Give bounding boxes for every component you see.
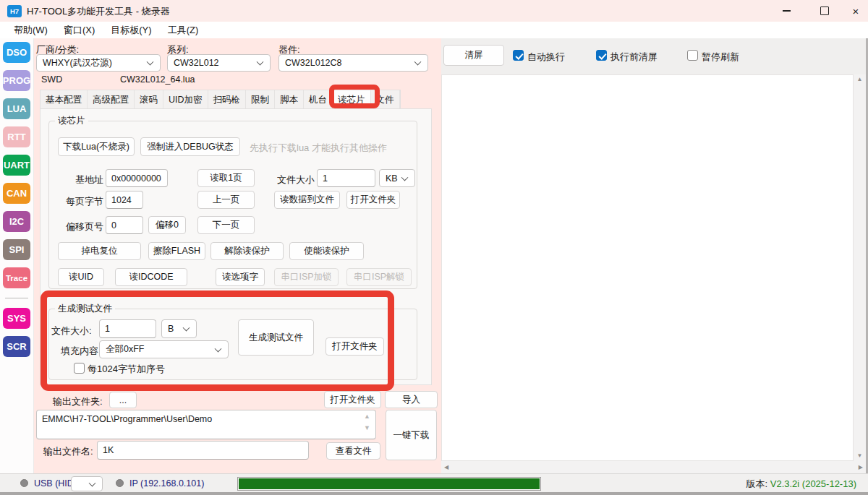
tab-basic-config[interactable]: 基本配置 (41, 90, 88, 109)
close-button[interactable]: × (839, 0, 868, 22)
sidebar-item-prog[interactable]: PROG (3, 70, 30, 91)
window-title: H7-TOOL多功能开发工具 - 烧录器 (27, 5, 170, 18)
prev-page-button[interactable]: 上一页 (197, 191, 255, 209)
read-idcode-button[interactable]: 读IDCODE (115, 268, 187, 286)
pause-refresh-checkbox[interactable] (687, 50, 698, 61)
unlock-read-protect-button[interactable]: 解除读保护 (210, 242, 284, 260)
version-label: 版本: (746, 478, 768, 489)
scroll-right-icon[interactable]: ▶ (859, 465, 863, 470)
isp-lock-button[interactable]: 串口ISP加锁 (274, 268, 339, 286)
vendor-combobox[interactable]: WHXY(武汉芯源) (36, 54, 161, 72)
clear-before-run-checkbox[interactable] (596, 50, 607, 61)
gen-unit-combobox[interactable]: B (161, 319, 197, 338)
gen-file-size-input[interactable] (99, 319, 156, 338)
download-lua-button[interactable]: 下载Lua(不烧录) (58, 137, 135, 156)
menu-tools[interactable]: 工具(Z) (160, 24, 207, 37)
scroll-up-icon[interactable]: ▲ (857, 77, 863, 82)
read-option-bytes-button[interactable]: 读选项字 (216, 268, 265, 286)
base-addr-input[interactable] (106, 169, 168, 187)
base-addr-label: 基地址 (61, 173, 103, 186)
clear-screen-button[interactable]: 清屏 (443, 45, 504, 66)
read-file-size-unit-combobox[interactable]: KB (379, 169, 415, 187)
read-file-size-input[interactable] (317, 169, 375, 187)
menu-window[interactable]: 窗口(X) (56, 24, 103, 37)
fill-content-combobox[interactable]: 全部0xFF (99, 340, 229, 358)
sidebar-item-spi[interactable]: SPI (3, 239, 30, 260)
sidebar-item-dso[interactable]: DSO (3, 42, 30, 63)
app-logo-icon: H7 (7, 5, 22, 17)
console-hscrollbar[interactable]: ◀ ▶ (441, 461, 866, 473)
tab-read-chip[interactable]: 读芯片 (333, 90, 371, 109)
close-icon: × (853, 6, 859, 17)
gen-open-folder-button[interactable]: 打开文件夹 (326, 337, 384, 356)
tab-adv-config[interactable]: 高级配置 (88, 90, 135, 109)
console-output (441, 74, 854, 461)
serial-number-label: 每1024字节加序号 (88, 363, 165, 376)
erase-flash-button[interactable]: 擦除FLASH (148, 242, 205, 260)
menu-help[interactable]: 帮助(W) (6, 24, 56, 37)
usb-status-icon (20, 479, 28, 487)
force-debug-button[interactable]: 强制进入DEBUG状态 (140, 137, 240, 156)
maximize-button[interactable] (808, 0, 841, 22)
browse-folder-button[interactable]: ... (109, 392, 137, 408)
sidebar-item-can[interactable]: CAN (3, 183, 30, 204)
part-value: CW32L012C8 (285, 58, 342, 68)
enable-read-protect-button[interactable]: 使能读保护 (289, 242, 364, 260)
tab-barcode-gun[interactable]: 扫码枪 (208, 90, 247, 109)
output-filename-input[interactable] (97, 441, 309, 460)
version-value: V2.3.2i (2025-12-13) (770, 478, 856, 489)
sidebar-item-sys[interactable]: SYS (3, 308, 30, 329)
title-bar: H7 H7-TOOL多功能开发工具 - 烧录器 (0, 0, 868, 22)
autowrap-label: 自动换行 (527, 51, 565, 64)
tab-file[interactable]: 文件 (371, 90, 400, 109)
sidebar-item-rtt[interactable]: RTT (3, 126, 30, 147)
part-combobox[interactable]: CW32L012C8 (278, 54, 428, 72)
read-open-folder-button[interactable]: 打开文件夹 (346, 191, 400, 209)
path-scroll-up-icon[interactable]: ▲ (364, 413, 370, 420)
window-bottom-edge (0, 492, 868, 495)
output-folder-path: EMMC\H7-TOOL\Programmer\User\Demo (42, 414, 212, 424)
generate-test-file-button[interactable]: 生成测试文件 (238, 319, 314, 356)
menu-targetboard[interactable]: 目标板(Y) (103, 24, 159, 37)
read-data-to-file-button[interactable]: 读数据到文件 (274, 191, 340, 209)
progress-bar (237, 477, 541, 491)
gen-test-group-title: 生成测试文件 (55, 303, 115, 315)
read-one-page-button[interactable]: 读取1页 (197, 169, 255, 187)
view-file-button[interactable]: 查看文件 (326, 442, 380, 460)
lua-file-label: CW32L012_64.lua (120, 74, 195, 85)
import-button[interactable]: 导入 (385, 391, 438, 408)
read-chip-hint: 先执行下载lua 才能执行其他操作 (250, 142, 387, 155)
tab-uid-encrypt[interactable]: UID加密 (163, 90, 208, 109)
console-vscrollbar[interactable]: ▲ ▼ (854, 74, 866, 461)
sidebar-item-i2c[interactable]: I2C (3, 211, 30, 232)
sidebar-item-lua[interactable]: LUA (3, 98, 30, 119)
tab-limit[interactable]: 限制 (246, 90, 275, 109)
progress-fill (239, 478, 540, 489)
output-folder-path-box[interactable]: EMMC\H7-TOOL\Programmer\User\Demo (36, 410, 376, 439)
offset-zero-button[interactable]: 偏移0 (148, 216, 186, 234)
offset-page-input[interactable] (106, 216, 143, 234)
tab-script[interactable]: 脚本 (275, 90, 304, 109)
isp-unlock-button[interactable]: 串口ISP解锁 (346, 268, 412, 286)
power-reset-button[interactable]: 掉电复位 (58, 242, 141, 260)
one-key-download-button[interactable]: 一键下载 (386, 410, 437, 460)
sidebar-item-scr[interactable]: SCR (3, 336, 30, 357)
next-page-button[interactable]: 下一页 (197, 216, 255, 234)
sidebar-item-trace[interactable]: Trace (3, 267, 30, 288)
series-combobox[interactable]: CW32L012 (167, 54, 271, 72)
sidebar-item-uart[interactable]: UART (3, 155, 30, 176)
output-open-folder-button[interactable]: 打开文件夹 (324, 391, 381, 408)
path-scroll-down-icon[interactable]: ▼ (364, 425, 370, 431)
ip-status-label: IP (192.168.0.101) (129, 478, 204, 488)
tab-rolling-code[interactable]: 滚码 (135, 90, 163, 109)
tab-machine[interactable]: 机台 (304, 90, 333, 109)
scroll-down-icon[interactable]: ▼ (857, 453, 863, 459)
serial-number-checkbox[interactable] (74, 363, 85, 374)
read-uid-button[interactable]: 读UID (58, 268, 104, 286)
minimize-button[interactable] (770, 0, 803, 22)
scroll-left-icon[interactable]: ◀ (444, 465, 448, 470)
usb-port-combobox[interactable] (71, 476, 103, 491)
page-bytes-input[interactable] (106, 191, 143, 209)
pause-refresh-label: 暂停刷新 (702, 51, 739, 64)
autowrap-checkbox[interactable] (513, 50, 524, 61)
